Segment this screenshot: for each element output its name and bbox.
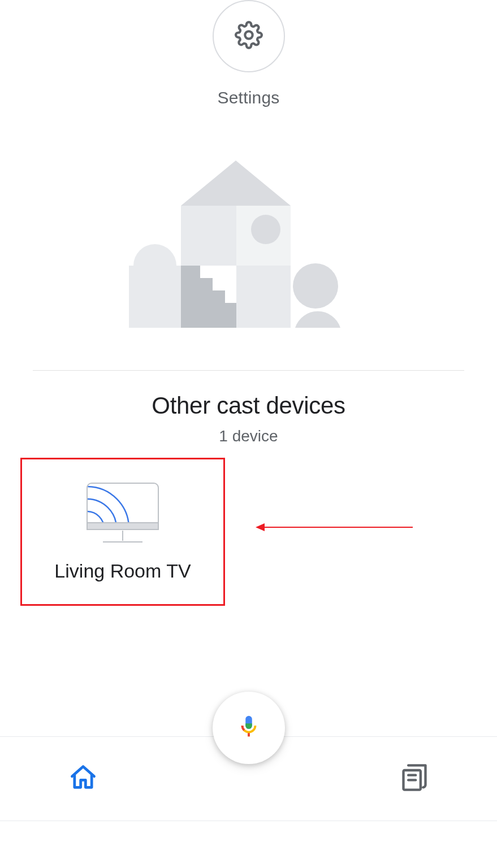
home-icon <box>68 763 98 795</box>
feed-icon <box>400 763 429 795</box>
device-tile-living-room-tv[interactable]: Living Room TV <box>20 458 225 606</box>
svg-marker-1 <box>181 160 291 206</box>
cast-tv-icon <box>86 482 159 545</box>
settings-block: Settings <box>213 0 285 107</box>
svg-rect-9 <box>225 290 236 303</box>
section-title: Other cast devices <box>0 392 497 419</box>
svg-point-11 <box>293 263 338 309</box>
device-label: Living Room TV <box>54 560 191 582</box>
section-subtitle: 1 device <box>0 427 497 445</box>
gear-icon <box>235 21 263 51</box>
svg-rect-8 <box>213 278 236 290</box>
nav-activity-tab[interactable] <box>331 737 497 821</box>
svg-rect-2 <box>181 206 236 266</box>
svg-point-0 <box>245 31 252 38</box>
svg-rect-22 <box>248 733 250 736</box>
svg-marker-21 <box>256 523 265 531</box>
svg-rect-13 <box>87 523 158 530</box>
microphone-icon <box>236 714 262 742</box>
nav-home-tab[interactable] <box>0 737 166 821</box>
svg-rect-7 <box>200 266 236 278</box>
annotation-arrow <box>256 519 414 536</box>
svg-rect-10 <box>236 266 291 328</box>
home-illustration <box>129 160 343 330</box>
svg-point-4 <box>251 215 280 244</box>
settings-label: Settings <box>213 88 285 107</box>
assistant-mic-button[interactable] <box>213 692 285 764</box>
divider <box>33 370 464 371</box>
settings-button[interactable] <box>213 0 285 72</box>
